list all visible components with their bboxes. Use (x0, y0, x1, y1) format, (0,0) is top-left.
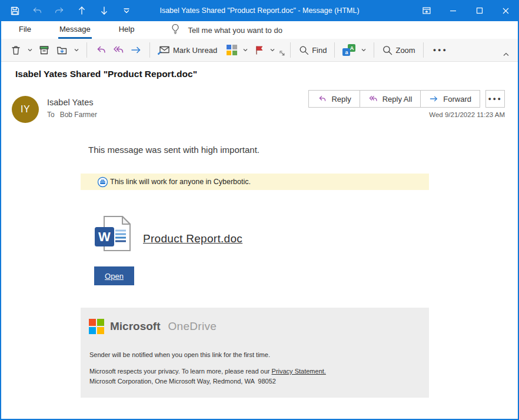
reply-all-label: Reply All (382, 95, 412, 104)
archive-button[interactable] (35, 41, 53, 59)
move-button[interactable] (53, 41, 71, 59)
privacy-statement-link[interactable]: Privacy Statement. (272, 368, 326, 375)
body-intro-text: This message was sent with high importan… (88, 145, 260, 155)
brand-row: Microsoft OneDrive (89, 319, 217, 334)
find-icon (298, 45, 310, 56)
follow-up-button[interactable] (251, 41, 267, 59)
move-dropdown-icon[interactable] (71, 41, 82, 59)
follow-up-dropdown-icon[interactable] (267, 41, 278, 59)
tags-dialog-launcher-icon[interactable] (279, 48, 285, 59)
word-document-icon[interactable]: W (94, 214, 133, 253)
zoom-icon (382, 45, 393, 56)
ribbon-separator (334, 42, 335, 58)
ribbon-separator (374, 42, 374, 58)
reply-icon (95, 44, 107, 56)
find-button[interactable]: Find (295, 41, 330, 59)
tab-file[interactable]: File (18, 21, 32, 39)
message-date: Wed 9/21/2022 11:23 AM (429, 111, 505, 118)
reply-all-icon (368, 94, 378, 104)
window-title: Isabel Yates Shared "Product Report.doc"… (159, 6, 359, 15)
minimize-icon[interactable] (440, 0, 466, 21)
redo-icon[interactable] (53, 4, 66, 18)
reply-label: Reply (331, 95, 351, 104)
move-up-icon[interactable] (75, 4, 88, 18)
categorize-icon (227, 45, 237, 55)
forward-button-ribbon[interactable] (127, 41, 145, 59)
save-icon[interactable] (8, 4, 21, 18)
reply-button-ribbon[interactable] (92, 41, 109, 59)
categorize-dropdown-icon[interactable] (240, 41, 251, 59)
sender-avatar[interactable]: IY (12, 96, 39, 123)
message-content: Isabel Yates Shared "Product Report.doc"… (1, 62, 518, 419)
onedrive-footer: Microsoft OneDrive Sender will be notifi… (81, 308, 429, 398)
mark-unread-button[interactable]: Mark Unread (155, 41, 220, 59)
customize-quick-access-icon[interactable] (120, 4, 133, 18)
attachment-link[interactable]: Product Report.doc (143, 232, 242, 245)
footer-privacy: Microsoft respects your privacy. To lear… (89, 368, 326, 375)
brand-microsoft: Microsoft (110, 320, 161, 333)
ribbon-separator (86, 42, 87, 58)
open-button[interactable]: Open (94, 266, 134, 285)
close-icon[interactable] (493, 0, 519, 21)
more-actions-icon[interactable]: ●●● (485, 90, 505, 108)
find-label: Find (312, 46, 327, 55)
svg-text:W: W (98, 229, 111, 244)
zoom-label: Zoom (395, 46, 415, 55)
mark-unread-label: Mark Unread (173, 46, 217, 55)
more-commands-icon[interactable]: ●●● (428, 47, 453, 53)
undo-icon[interactable] (31, 4, 44, 18)
reply-button[interactable]: Reply (308, 90, 360, 108)
tell-me-label: Tell me what you want to do (188, 26, 282, 35)
collapse-ribbon-icon[interactable] (503, 48, 510, 59)
shared-link-icon (97, 176, 108, 188)
forward-icon (130, 44, 142, 56)
categorize-button[interactable] (224, 41, 240, 59)
window-controls (413, 0, 519, 21)
move-down-icon[interactable] (98, 4, 111, 18)
reply-icon (317, 94, 327, 104)
maximize-icon[interactable] (466, 0, 493, 21)
tab-message[interactable]: Message (58, 21, 92, 39)
ribbon-separator (149, 42, 150, 58)
delete-icon (10, 44, 22, 56)
sender-name[interactable]: Isabel Yates (47, 98, 93, 107)
to-label: To (47, 111, 55, 119)
forward-icon (429, 94, 438, 104)
brand-onedrive: OneDrive (168, 320, 217, 333)
recipient-name[interactable]: Bob Farmer (60, 111, 97, 119)
reply-all-button[interactable]: Reply All (360, 90, 421, 108)
tell-me-search[interactable]: Tell me what you want to do (171, 21, 282, 39)
recipient-line: To Bob Farmer (47, 111, 97, 119)
ribbon-toolbar: Mark Unread Find A (1, 39, 518, 62)
microsoft-logo-icon (89, 319, 104, 334)
quick-access-toolbar (0, 4, 133, 18)
ribbon-separator (423, 42, 424, 58)
translate-icon: A a (342, 44, 355, 56)
share-scope-banner: This link will work for anyone in Cyberb… (81, 174, 429, 190)
delete-button[interactable] (7, 41, 25, 59)
footer-note: Sender will be notified when you open th… (89, 351, 270, 358)
ribbon-display-options-icon[interactable] (413, 0, 440, 21)
menubar: File Message Help Tell me what you want … (1, 21, 518, 39)
forward-label: Forward (443, 95, 471, 104)
translate-button[interactable]: A a (340, 41, 358, 59)
lightbulb-icon (171, 24, 180, 36)
archive-icon (38, 44, 50, 56)
outlook-message-window: Isabel Yates Shared "Product Report.doc"… (0, 0, 519, 420)
reply-all-button-ribbon[interactable] (109, 41, 127, 59)
delete-dropdown-icon[interactable] (25, 41, 35, 59)
tab-help[interactable]: Help (118, 21, 136, 39)
reply-all-icon (112, 44, 124, 56)
banner-text: This link will work for anyone in Cyberb… (110, 178, 251, 186)
follow-up-flag-icon (254, 44, 264, 56)
titlebar: Isabel Yates Shared "Product Report.doc"… (0, 0, 519, 21)
message-subject: Isabel Yates Shared "Product Report.doc" (15, 69, 197, 79)
move-to-folder-icon (56, 44, 68, 56)
mark-unread-icon (158, 44, 171, 56)
message-actions: Reply Reply All Forward (308, 90, 480, 108)
translate-dropdown-icon[interactable] (358, 41, 369, 59)
open-label: Open (105, 272, 124, 281)
zoom-button[interactable]: Zoom (379, 41, 418, 59)
footer-address: Microsoft Corporation, One Microsoft Way… (89, 378, 276, 385)
forward-button[interactable]: Forward (421, 90, 480, 108)
